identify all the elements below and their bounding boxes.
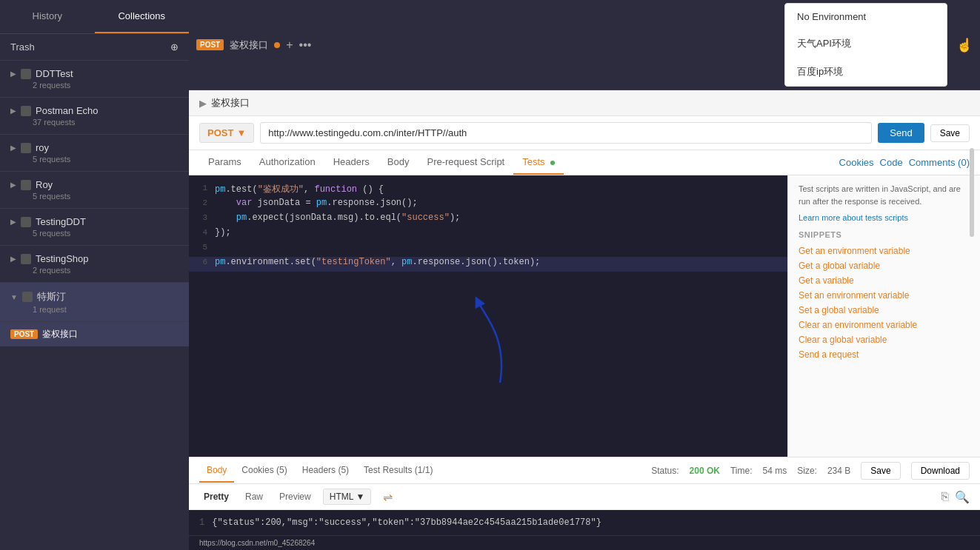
code-link[interactable]: Code [880, 157, 903, 168]
collection-testingddt[interactable]: ▶ TestingDDT 5 requests [0, 209, 189, 246]
resp-format-arrow-icon: ▼ [356, 492, 364, 502]
collection-name: TestingShop [36, 253, 89, 264]
folder-icon [21, 254, 31, 264]
request-tabs: Params Authorization Headers Body Pre-re… [189, 150, 980, 175]
tab-authorization[interactable]: Authorization [250, 150, 324, 175]
tab-collections[interactable]: Collections [95, 0, 190, 33]
method-selector[interactable]: POST ▼ [199, 123, 254, 143]
code-line-6: 6 pm.environment.set("testingToken", pm.… [189, 257, 787, 272]
code-editor[interactable]: 1 pm.test("鉴权成功", function () { 2 var js… [189, 175, 787, 457]
code-line-2: 2 var jsonData = pm.response.json(); [189, 198, 787, 212]
arrow-icon: ▶ [10, 144, 16, 152]
breadcrumb: ▶ 鉴权接口 [189, 90, 980, 116]
resp-tab-test-results[interactable]: Test Results (1/1) [356, 459, 440, 483]
save-button-url[interactable]: Save [930, 124, 970, 142]
breadcrumb-arrow-icon: ▶ [199, 98, 207, 109]
env-tianqi-api[interactable]: 天气API环境 [785, 30, 947, 58]
code-line-4: 4 }); [189, 227, 787, 242]
sidebar: History Collections Trash ⊕ ▶ DDTTest 2 … [0, 0, 189, 550]
tab-params[interactable]: Params [199, 150, 250, 175]
arrow-icon: ▶ [10, 255, 16, 263]
send-button[interactable]: Send [878, 123, 924, 143]
add-collection-icon[interactable]: ⊕ [170, 41, 179, 53]
snippet-clear-global-var[interactable]: Clear a global variable [799, 332, 970, 347]
folder-icon [22, 292, 33, 302]
collection-testingshop[interactable]: ▶ TestingShop 2 requests [0, 246, 189, 283]
url-input[interactable] [260, 122, 872, 144]
collection-sub: 1 request [33, 305, 179, 314]
response-status-bar: Status: 200 OK Time: 54 ms Size: 234 B S… [651, 462, 970, 480]
add-tab-icon[interactable]: + [286, 38, 293, 52]
url-bar: POST ▼ Send Save [189, 116, 980, 150]
response-save-button[interactable]: Save [861, 462, 900, 480]
resp-search-icon[interactable]: 🔍 [955, 490, 970, 504]
tab-history[interactable]: History [0, 0, 95, 33]
resp-format-selector[interactable]: HTML ▼ [323, 489, 372, 505]
tab-headers[interactable]: Headers [324, 150, 379, 175]
collection-sub: 2 requests [33, 81, 179, 90]
code-line-1: 1 pm.test("鉴权成功", function () { [189, 183, 787, 198]
resp-format-label: HTML [330, 492, 354, 502]
size-label: Size: [797, 466, 817, 476]
response-content: 1 {"status":200,"msg":"success","token":… [189, 510, 980, 535]
resp-raw-tab[interactable]: Raw [241, 489, 267, 504]
active-request-item[interactable]: POST 鉴权接口 [0, 322, 189, 346]
cursor-pointer-icon: ☝ [956, 37, 973, 53]
code-line-3: 3 pm.expect(jsonData.msg).to.eql("succes… [189, 212, 787, 227]
resp-tab-body[interactable]: Body [199, 459, 234, 483]
snippet-get-var[interactable]: Get a variable [799, 273, 970, 288]
response-body-subtabs: Pretty Raw Preview HTML ▼ ⇌ ⎘ 🔍 [189, 484, 980, 510]
snippet-set-env-var[interactable]: Set an environment variable [799, 288, 970, 303]
collection-name: TestingDDT [36, 216, 86, 227]
folder-icon [21, 180, 31, 190]
tab-body[interactable]: Body [379, 150, 419, 175]
req-tab-right-links: Cookies Code Comments (0) [839, 150, 970, 175]
top-right-area: No Environment 天气API环境 百度ip环境 ☝ [784, 3, 973, 87]
top-bar: POST 鉴权接口 + ••• No Environment 天气API环境 百… [189, 0, 980, 90]
collection-name: Roy [36, 179, 53, 190]
response-download-button[interactable]: Download [911, 462, 970, 480]
arrow-icon: ▶ [10, 218, 16, 226]
method-dropdown-arrow-icon: ▼ [236, 127, 246, 138]
collection-ddttest[interactable]: ▶ DDTTest 2 requests [0, 61, 189, 98]
more-options-icon[interactable]: ••• [299, 38, 312, 52]
status-label: Status: [651, 466, 679, 476]
collection-sub: 5 requests [33, 229, 179, 238]
collection-postman-echo[interactable]: ▶ Postman Echo 37 requests [0, 98, 189, 135]
trash-item[interactable]: Trash ⊕ [0, 34, 189, 61]
cookies-link[interactable]: Cookies [839, 157, 874, 168]
resp-pretty-tab[interactable]: Pretty [199, 489, 233, 504]
time-label: Time: [730, 466, 753, 476]
snippets-header: SNIPPETS [799, 230, 970, 239]
main-content: ▶ 鉴权接口 POST ▼ Send Save Params Authoriza… [189, 90, 980, 550]
arrow-icon: ▶ [10, 70, 16, 78]
resp-wrap-icon[interactable]: ⇌ [383, 490, 393, 504]
resp-preview-tab[interactable]: Preview [275, 489, 316, 504]
snippet-send-request[interactable]: Send a request [799, 347, 970, 362]
footer-url: https://blog.csdn.net/m0_45268264 [189, 535, 980, 550]
main-wrapper: POST 鉴权接口 + ••• No Environment 天气API环境 百… [189, 0, 980, 550]
snippet-clear-env-var[interactable]: Clear an environment variable [799, 318, 970, 332]
snippets-scrollbar[interactable] [970, 175, 974, 237]
resp-tab-cookies[interactable]: Cookies (5) [234, 459, 294, 483]
status-value: 200 OK [690, 466, 720, 476]
collection-Roy[interactable]: ▶ Roy 5 requests [0, 172, 189, 209]
resp-copy-icon[interactable]: ⎘ [941, 490, 949, 503]
tab-prerequest[interactable]: Pre-request Script [418, 150, 513, 175]
breadcrumb-text: 鉴权接口 [211, 96, 250, 110]
snippet-get-global-var[interactable]: Get a global variable [799, 258, 970, 273]
snippet-set-global-var[interactable]: Set a global variable [799, 303, 970, 318]
environment-dropdown: No Environment 天气API环境 百度ip环境 [784, 3, 947, 87]
snippet-get-env-var[interactable]: Get an environment variable [799, 244, 970, 258]
collection-roy-lower[interactable]: ▶ roy 5 requests [0, 135, 189, 172]
tab-tests[interactable]: Tests [513, 150, 564, 175]
env-no-environment[interactable]: No Environment [785, 4, 947, 30]
arrow-icon: ▶ [10, 107, 16, 115]
response-section: Body Cookies (5) Headers (5) Test Result… [189, 457, 980, 550]
comments-link[interactable]: Comments (0) [909, 157, 970, 168]
env-baidu-ip[interactable]: 百度ip环境 [785, 58, 947, 86]
snippets-learn-more-link[interactable]: Learn more about tests scripts [799, 213, 908, 222]
resp-tab-headers[interactable]: Headers (5) [295, 459, 356, 483]
collection-testing-cn[interactable]: ▼ 特斯汀 1 request [0, 283, 189, 322]
collection-sub: 2 requests [33, 266, 179, 275]
